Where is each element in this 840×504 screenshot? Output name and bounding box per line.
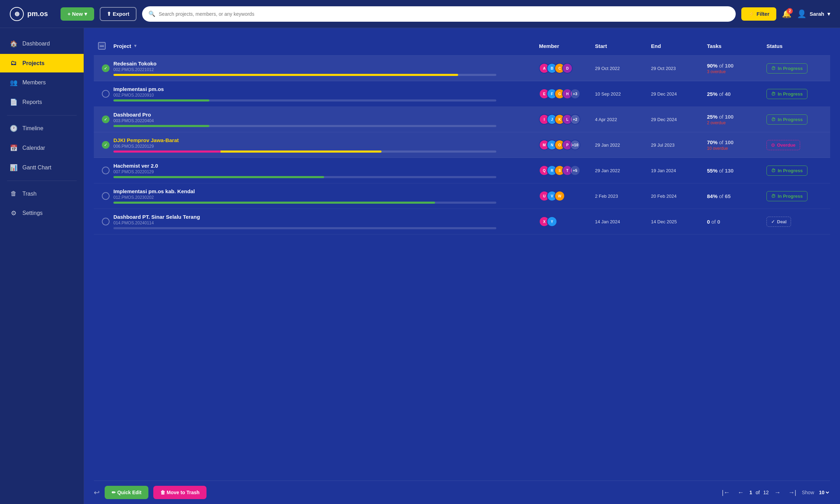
table-row[interactable]: ✓ Dashboard Pro 003.PMOS.20220404 IJKL+2… [94,107,830,132]
show-select[interactable]: 10 25 50 [818,489,830,496]
sort-icon[interactable]: ▼ [133,43,138,48]
header-project: Project ▼ [113,43,539,49]
timeline-icon: 🕐 [10,125,18,132]
progress-bar [113,227,496,229]
project-name: Dashboard Pro [113,112,539,118]
status-icon: ⏱ [771,168,776,173]
avatar-stack: UVW [539,191,565,201]
row-checkbox-3[interactable]: ✓ [98,115,113,123]
logo-area: ⊛ pm.os [10,7,48,21]
end-date-7: 14 Dec 2025 [651,219,707,224]
start-date-1: 29 Oct 2022 [595,66,651,71]
project-cell-3: Dashboard Pro 003.PMOS.20220404 [113,112,539,127]
row-checkbox-1[interactable]: ✓ [98,64,113,72]
quick-edit-button[interactable]: ✏ Quick Edit [105,486,148,499]
avatar-more: +2 [570,114,580,125]
undo-icon[interactable]: ↩ [94,488,100,497]
task-overdue: 3 overdue [707,69,766,74]
project-table: — Project ▼ Member Start End Tasks Statu… [94,36,830,478]
row-checkbox-7[interactable] [98,218,113,225]
tasks-cell-2: 25% of 40 [707,91,766,97]
table-row[interactable]: Hachemist ver 2.0 007.PMOS.20220129 QRST… [94,158,830,183]
project-name: DJKI Pemprov Jawa-Barat [113,137,539,143]
task-overdue: 10 overdue [707,146,766,151]
status-cell-2: ⏱ In Progress [766,89,826,99]
sidebar-item-members[interactable]: 👥 Members [0,73,84,92]
start-date-2: 10 Sep 2022 [595,91,651,97]
notification-badge: 2 [787,8,793,14]
sidebar-item-settings[interactable]: ⚙ Settings [0,204,84,223]
next-page-button[interactable]: → [772,488,783,497]
row-checkbox-4[interactable]: ✓ [98,141,113,149]
table-row[interactable]: Implementasi pm.os kab. Kendal 012.PMOS.… [94,183,830,209]
table-row[interactable]: ✓ DJKI Pemprov Jawa-Barat 006.PMOS.20220… [94,132,830,158]
tasks-cell-6: 84% of 65 [707,193,766,199]
progress-fill [113,125,209,127]
logo-icon: ⊛ [10,7,24,21]
sidebar-item-trash[interactable]: 🗑 Trash [0,184,84,203]
member-avatars-7: XY [539,216,595,227]
search-input[interactable] [159,11,730,17]
sidebar-label-dashboard: Dashboard [22,41,50,47]
tasks-cell-5: 55% of 130 [707,168,766,174]
filter-button[interactable]: ⚡ Filter [741,7,776,21]
search-bar[interactable]: 🔍 [142,6,736,22]
status-icon: ⏱ [771,91,776,97]
table-row[interactable]: Implementasi pm.os 002.PMOS.20220910 EFG… [94,81,830,107]
avatar-more: +10 [570,140,580,150]
sidebar-label-timeline: Timeline [22,125,43,132]
export-button[interactable]: ⬆ Export [100,7,136,21]
calendar-icon: 📅 [10,144,18,152]
search-icon: 🔍 [148,10,155,17]
notification-button[interactable]: 🔔 2 [782,9,791,19]
prev-page-button[interactable]: ← [735,488,746,497]
new-button[interactable]: + New ▾ [61,7,94,21]
sidebar-divider-1 [7,115,77,115]
project-name: Redesain Tokoko [113,61,539,66]
task-overdue: 2 overdue [707,120,766,125]
sidebar-item-timeline[interactable]: 🕐 Timeline [0,119,84,138]
progress-bar [113,125,496,127]
table-header: — Project ▼ Member Start End Tasks Statu… [94,36,830,56]
tasks-cell-4: 70% of 100 10 overdue [707,139,766,151]
sidebar-item-dashboard[interactable]: 🏠 Dashboard [0,34,84,53]
table-row[interactable]: ✓ Redesain Tokoko 002.PMOS.20221012 ABCD… [94,56,830,81]
sidebar-divider-2 [7,181,77,181]
status-badge: ⊙ Overdue [766,140,800,150]
sidebar-item-calendar[interactable]: 📅 Calendar [0,139,84,158]
header-checkbox[interactable]: — [98,42,106,50]
project-code: 003.PMOS.20220404 [113,118,539,123]
project-code: 014.PMOS.20240114 [113,220,539,225]
avatar-stack: QRST+5 [539,165,580,176]
end-date-6: 20 Feb 2024 [651,194,707,199]
task-pct: 0 of 0 [707,219,766,225]
start-date-3: 4 Apr 2022 [595,117,651,122]
header-checkbox-col[interactable]: — [98,42,113,50]
row-checkbox-5[interactable] [98,167,113,174]
avatar-stack: EFGH+3 [539,89,580,99]
sidebar-item-gantt[interactable]: 📊 Gantt Chart [0,158,84,177]
project-code: 002.PMOS.20220910 [113,93,539,98]
status-cell-5: ⏱ In Progress [766,166,826,176]
row-checkbox-2[interactable] [98,90,113,98]
last-page-button[interactable]: →| [786,488,798,497]
status-badge: ⏱ In Progress [766,63,807,74]
chevron-down-icon: ▾ [827,11,830,17]
sidebar-label-reports: Reports [22,99,42,105]
end-date-5: 19 Jan 2024 [651,168,707,173]
sidebar-item-projects[interactable]: 🗂 Projects [0,54,84,72]
end-date-3: 29 Dec 2024 [651,117,707,122]
checkbox-circle [102,90,110,98]
first-page-button[interactable]: |← [720,488,732,497]
sidebar-item-reports[interactable]: 📄 Reports [0,93,84,112]
project-cell-4: DJKI Pemprov Jawa-Barat 006.PMOS.2022012… [113,137,539,153]
table-body: ✓ Redesain Tokoko 002.PMOS.20221012 ABCD… [94,56,830,234]
member-avatars-3: IJKL+2 [539,114,595,125]
table-row[interactable]: Dashboard PT. Sinar Selalu Terang 014.PM… [94,209,830,234]
status-badge: ✓ Deal [766,217,791,227]
progress-fill [113,150,382,153]
move-to-trash-button[interactable]: 🗑 Move to Trash [153,486,206,499]
row-checkbox-6[interactable] [98,192,113,200]
member-avatars-2: EFGH+3 [539,89,595,99]
user-area[interactable]: 👤 Sarah ▾ [797,9,830,19]
